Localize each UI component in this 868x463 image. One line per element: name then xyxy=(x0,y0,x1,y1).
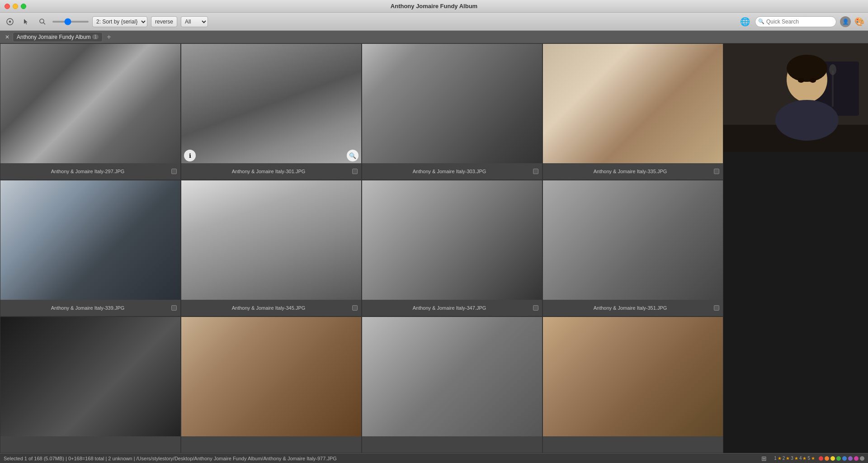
photo-label-bar-3: Anthony & Jomaire Italy-303.JPG xyxy=(362,163,542,180)
photo-label-bar-12 xyxy=(543,436,723,453)
photo-checkbox-1[interactable] xyxy=(171,169,177,174)
photo-label-bar-11 xyxy=(362,436,542,453)
photo-filename-4: Anthony & Jomaire Italy-335.JPG xyxy=(547,169,714,174)
main-content: Anthony & Jomaire Italy-297.JPG ℹ 🔍 Anth… xyxy=(0,43,868,453)
photo-filename-3: Anthony & Jomaire Italy-303.JPG xyxy=(366,169,533,174)
photo-cell-3[interactable]: Anthony & Jomaire Italy-303.JPG xyxy=(362,43,542,180)
user-icon: 👤 xyxy=(840,16,851,27)
photo-image-7 xyxy=(362,180,542,300)
photo-filename-2: Anthony & Jomaire Italy-301.JPG xyxy=(185,169,352,174)
photo-image-4 xyxy=(543,44,723,163)
search-button[interactable] xyxy=(36,15,49,28)
svg-line-2 xyxy=(43,23,45,24)
photo-checkbox-3[interactable] xyxy=(533,169,538,174)
color-dot-magenta[interactable] xyxy=(854,456,859,461)
star-5-icon: ★ xyxy=(811,456,815,461)
home-button[interactable] xyxy=(4,15,16,28)
tab-label: Anthony Jomaire Fundy Album xyxy=(17,34,90,40)
traffic-lights xyxy=(5,4,26,9)
photo-cell-6[interactable]: Anthony & Jomaire Italy-345.JPG xyxy=(181,180,362,317)
reverse-button[interactable]: reverse xyxy=(151,16,177,27)
filter-select[interactable]: All xyxy=(181,16,208,27)
svg-point-10 xyxy=(787,55,827,82)
photo-cell-2[interactable]: ℹ 🔍 Anthony & Jomaire Italy-301.JPG xyxy=(181,43,362,180)
color-dot-red[interactable] xyxy=(819,456,823,461)
photo-cell-11[interactable] xyxy=(362,317,542,453)
photo-filename-8: Anthony & Jomaire Italy-351.JPG xyxy=(547,305,714,311)
star-filter[interactable]: 1 ★ 2 ★ 3 ★ 4 ★ 5 ★ xyxy=(774,456,815,461)
photo-image-11 xyxy=(362,317,542,436)
minimize-button[interactable] xyxy=(13,4,18,9)
photo-filename-7: Anthony & Jomaire Italy-347.JPG xyxy=(366,305,533,311)
color-dot-yellow[interactable] xyxy=(830,456,835,461)
photo-filename-6: Anthony & Jomaire Italy-345.JPG xyxy=(185,305,352,311)
status-right: ⊞ 1 ★ 2 ★ 3 ★ 4 ★ 5 ★ xyxy=(758,452,864,463)
cursor-button[interactable] xyxy=(20,15,33,28)
photo-image-10 xyxy=(181,317,361,436)
photo-cell-7[interactable]: Anthony & Jomaire Italy-347.JPG xyxy=(362,180,542,317)
tab-count: 1 xyxy=(92,34,99,39)
star-2-icon: ★ xyxy=(786,456,790,461)
photo-label-bar-8: Anthony & Jomaire Italy-351.JPG xyxy=(543,300,723,316)
star-4-label: 4 xyxy=(799,456,802,461)
toolbar: 2: Sort by {serial} reverse All 🌐 🔍 👤 🎨 xyxy=(0,13,868,31)
photo-image-3 xyxy=(362,44,542,163)
color-dot-blue[interactable] xyxy=(842,456,847,461)
color-label-icon[interactable]: 🎨 xyxy=(854,17,864,27)
tab-close-button[interactable]: ✕ xyxy=(4,33,11,41)
svg-point-12 xyxy=(810,78,816,83)
color-dot-purple[interactable] xyxy=(848,456,853,461)
photo-checkbox-8[interactable] xyxy=(714,305,719,311)
star-2-label: 2 xyxy=(783,456,785,461)
photo-cell-5[interactable]: Anthony & Jomaire Italy-339.JPG xyxy=(0,180,181,317)
svg-rect-13 xyxy=(832,71,834,107)
close-button[interactable] xyxy=(5,4,10,9)
photo-label-bar-2: Anthony & Jomaire Italy-301.JPG xyxy=(181,163,361,180)
photo-image-12 xyxy=(543,317,723,436)
tab-item-album[interactable]: Anthony Jomaire Fundy Album 1 xyxy=(13,32,103,42)
photo-label-bar-1: Anthony & Jomaire Italy-297.JPG xyxy=(0,163,180,180)
globe-icon: 🌐 xyxy=(739,15,751,28)
info-icon[interactable]: ℹ xyxy=(184,150,196,161)
zoom-icon[interactable]: 🔍 xyxy=(347,150,359,161)
person-silhouette xyxy=(723,43,868,152)
video-panel xyxy=(723,43,868,453)
photo-cell-9[interactable] xyxy=(0,317,181,453)
title-bar: Anthony Jomaire Fundy Album xyxy=(0,0,868,13)
maximize-button[interactable] xyxy=(21,4,26,9)
color-dot-orange[interactable] xyxy=(825,456,829,461)
photo-cell-12[interactable] xyxy=(542,317,723,453)
photo-checkbox-5[interactable] xyxy=(171,305,177,311)
photo-checkbox-7[interactable] xyxy=(533,305,538,311)
photo-grid: Anthony & Jomaire Italy-297.JPG ℹ 🔍 Anth… xyxy=(0,43,723,453)
color-dot-gray[interactable] xyxy=(860,456,864,461)
photo-cell-8[interactable]: Anthony & Jomaire Italy-351.JPG xyxy=(542,180,723,317)
svg-point-1 xyxy=(40,19,44,23)
star-1-icon: ★ xyxy=(778,456,782,461)
photo-filename-1: Anthony & Jomaire Italy-297.JPG xyxy=(4,169,171,174)
color-dots xyxy=(819,456,864,461)
video-person-bg xyxy=(723,43,868,152)
photo-checkbox-6[interactable] xyxy=(352,305,358,311)
zoom-slider[interactable] xyxy=(52,21,89,23)
photo-image-5 xyxy=(0,180,180,300)
sort-select[interactable]: 2: Sort by {serial} xyxy=(92,16,147,27)
photo-image-1 xyxy=(0,44,180,163)
status-bar: Selected 1 of 168 (5.07MB) | 0+168=168 t… xyxy=(0,453,868,463)
photo-checkbox-4[interactable] xyxy=(714,169,719,174)
search-input[interactable] xyxy=(755,16,836,27)
photo-cell-10[interactable] xyxy=(181,317,362,453)
svg-point-11 xyxy=(798,78,804,83)
photo-label-bar-4: Anthony & Jomaire Italy-335.JPG xyxy=(543,163,723,180)
photo-checkbox-2[interactable] xyxy=(352,169,358,174)
color-dot-green[interactable] xyxy=(836,456,841,461)
photo-label-bar-7: Anthony & Jomaire Italy-347.JPG xyxy=(362,300,542,316)
photo-cell-4[interactable]: Anthony & Jomaire Italy-335.JPG xyxy=(542,43,723,180)
photo-image-6 xyxy=(181,180,361,300)
star-3-icon: ★ xyxy=(794,456,798,461)
star-3-label: 3 xyxy=(791,456,793,461)
svg-point-14 xyxy=(829,64,836,75)
photo-cell-1[interactable]: Anthony & Jomaire Italy-297.JPG xyxy=(0,43,181,180)
tab-add-button[interactable]: + xyxy=(104,33,113,42)
grid-view-button[interactable]: ⊞ xyxy=(758,452,770,463)
